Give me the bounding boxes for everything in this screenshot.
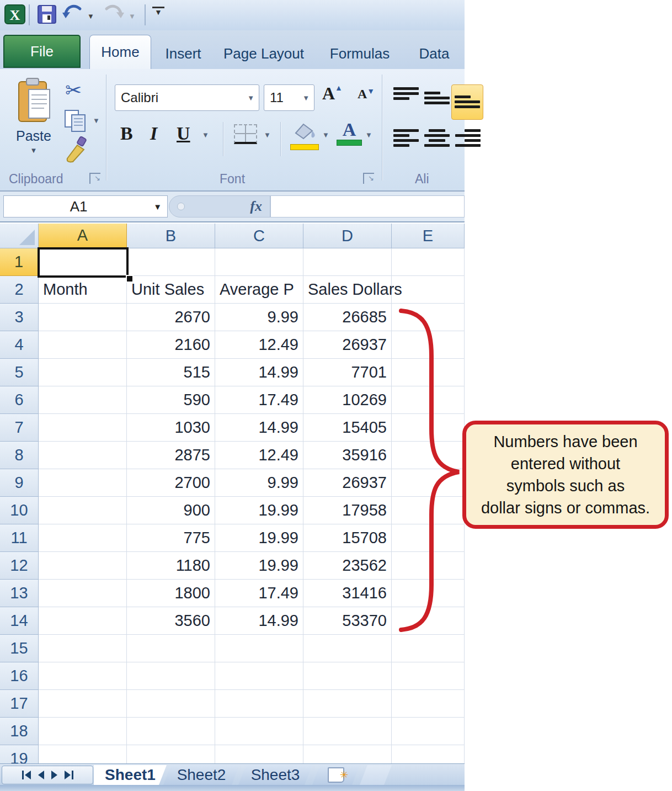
paste-dropdown[interactable]: ▼ [8,146,60,155]
cell-B6[interactable]: 590 [127,386,215,414]
cell-D6[interactable]: 10269 [303,386,392,414]
cell-A8[interactable] [39,442,127,469]
row-header-5[interactable]: 5 [0,359,39,386]
cell-B5[interactable]: 515 [127,359,215,386]
row-header-1[interactable]: 1 [0,248,39,276]
font-color-dropdown[interactable]: ▼ [365,131,372,139]
cell-D1[interactable] [303,248,392,276]
cell-E6[interactable] [392,386,465,414]
cell-D16[interactable] [303,662,392,690]
cell-C1[interactable] [215,248,303,276]
cell-D15[interactable] [303,635,392,662]
borders-dropdown[interactable]: ▼ [264,131,271,139]
redo-button[interactable] [103,3,125,25]
redo-dropdown[interactable]: ▼ [129,12,136,20]
cell-C4[interactable]: 12.49 [215,331,303,359]
undo-dropdown[interactable]: ▼ [87,12,94,20]
cell-A18[interactable] [39,718,127,745]
cell-E19[interactable] [392,745,465,763]
row-header-7[interactable]: 7 [0,414,39,442]
cell-E13[interactable] [392,580,465,607]
italic-button[interactable]: I [150,123,157,144]
row-header-2[interactable]: 2 [0,276,39,304]
cell-D14[interactable]: 53370 [303,607,392,635]
font-dialog-launcher[interactable]: ↘ [363,173,374,184]
cell-B12[interactable]: 1180 [127,552,215,580]
cell-E7[interactable] [392,414,465,442]
cell-C19[interactable] [215,745,303,763]
shrink-font-button[interactable]: A▼ [358,87,375,102]
tab-page-layout[interactable]: Page Layout [217,38,310,69]
cell-E8[interactable] [392,442,465,469]
cell-C12[interactable]: 19.99 [215,552,303,580]
cell-B7[interactable]: 1030 [127,414,215,442]
align-left-button[interactable] [391,126,422,150]
paste-button[interactable]: Paste ▼ [8,77,60,166]
cell-C6[interactable]: 17.49 [215,386,303,414]
first-sheet-button[interactable] [22,771,31,779]
bold-button[interactable]: B [120,123,133,144]
cell-D7[interactable]: 15405 [303,414,392,442]
cell-A10[interactable] [39,497,127,524]
previous-sheet-button[interactable] [38,771,44,779]
row-header-12[interactable]: 12 [0,552,39,580]
tab-file[interactable]: File [3,35,81,68]
formula-input[interactable] [270,195,465,217]
column-header-C[interactable]: C [215,224,303,248]
cell-E16[interactable] [392,662,465,690]
cell-B8[interactable]: 2875 [127,442,215,469]
cell-B3[interactable]: 2670 [127,304,215,331]
cell-A16[interactable] [39,662,127,690]
row-header-10[interactable]: 10 [0,497,39,524]
cell-B4[interactable]: 2160 [127,331,215,359]
select-all-button[interactable] [0,224,39,248]
cell-C5[interactable]: 14.99 [215,359,303,386]
cell-E15[interactable] [392,635,465,662]
cell-B18[interactable] [127,718,215,745]
row-header-3[interactable]: 3 [0,304,39,331]
cell-B11[interactable]: 775 [127,524,215,552]
name-box-dropdown[interactable]: ▼ [153,202,162,211]
cell-E11[interactable] [392,524,465,552]
cell-C7[interactable]: 14.99 [215,414,303,442]
cell-D4[interactable]: 26937 [303,331,392,359]
cell-D2[interactable]: Sales Dollars [303,276,392,304]
cell-D19[interactable] [303,745,392,763]
center-button[interactable] [422,126,452,150]
cell-E17[interactable] [392,690,465,718]
cell-A1[interactable] [39,248,127,276]
cell-D9[interactable]: 26937 [303,469,392,497]
bottom-align-button[interactable] [451,84,483,120]
fill-color-button[interactable] [290,122,319,150]
row-header-15[interactable]: 15 [0,635,39,662]
align-right-button[interactable] [452,126,483,150]
row-header-16[interactable]: 16 [0,662,39,690]
middle-align-button[interactable] [422,89,452,107]
cell-A14[interactable] [39,607,127,635]
cell-C10[interactable]: 19.99 [215,497,303,524]
borders-button[interactable] [234,124,257,144]
cell-B2[interactable]: Unit Sales [127,276,215,304]
cell-A4[interactable] [39,331,127,359]
cut-button[interactable]: ✂ [65,79,82,102]
row-header-18[interactable]: 18 [0,718,39,745]
clipboard-dialog-launcher[interactable]: ↘ [89,173,100,184]
cell-C8[interactable]: 12.49 [215,442,303,469]
cell-A6[interactable] [39,386,127,414]
cell-B1[interactable] [127,248,215,276]
column-header-A[interactable]: A [39,224,127,248]
sheet-tab-sheet1[interactable]: Sheet1 [94,765,167,785]
cell-E10[interactable] [392,497,465,524]
cell-A9[interactable] [39,469,127,497]
name-box[interactable]: A1 ▼ [3,195,168,217]
cell-C3[interactable]: 9.99 [215,304,303,331]
cell-A12[interactable] [39,552,127,580]
copy-dropdown[interactable]: ▼ [93,116,100,125]
cell-C14[interactable]: 14.99 [215,607,303,635]
tab-home[interactable]: Home [89,35,151,69]
cell-D3[interactable]: 26685 [303,304,392,331]
column-header-B[interactable]: B [127,224,215,248]
column-header-D[interactable]: D [303,224,392,248]
cell-A17[interactable] [39,690,127,718]
row-header-14[interactable]: 14 [0,607,39,635]
